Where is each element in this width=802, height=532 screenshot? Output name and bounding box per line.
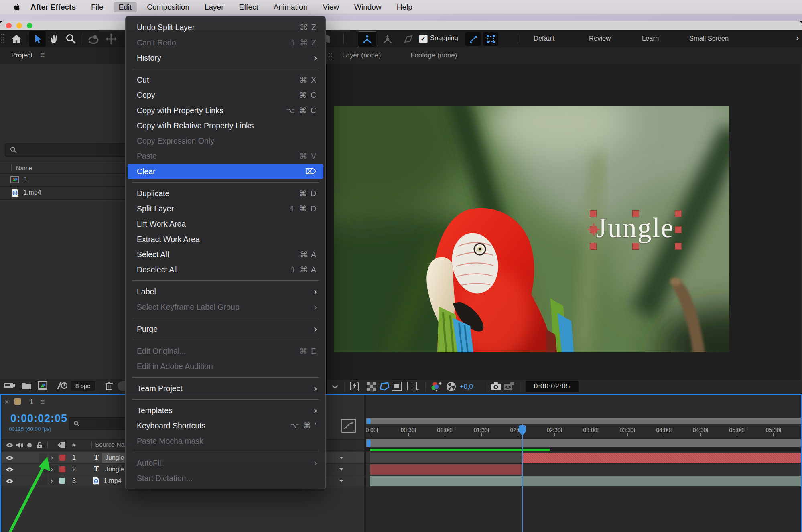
menu-item-select-all[interactable]: Select All⌘ A xyxy=(128,247,323,262)
column-header-name[interactable]: Name xyxy=(16,164,32,171)
menu-item-duplicate[interactable]: Duplicate⌘ D xyxy=(128,186,323,201)
new-folder-icon[interactable] xyxy=(22,382,32,390)
rotate-tool-button[interactable] xyxy=(86,33,101,45)
timeline-search-input[interactable] xyxy=(69,417,128,430)
layer-bar-3-right[interactable] xyxy=(522,476,802,486)
viewer-panel-grip[interactable] xyxy=(328,52,332,60)
selection-handle[interactable] xyxy=(675,210,682,217)
timeline-ruler[interactable]: 0:00f 00:30f 01:00f 01:30f 02:00f 02:30f… xyxy=(366,424,802,437)
menu-item-extract-work-area[interactable]: Extract Work Area xyxy=(128,231,323,247)
menubar-item-effect[interactable]: Effect xyxy=(239,2,258,12)
column-hash[interactable]: # xyxy=(72,441,75,448)
menu-item-history[interactable]: History› xyxy=(128,50,323,65)
close-timeline-tab-icon[interactable]: × xyxy=(5,398,9,406)
tab-project[interactable]: Project xyxy=(11,51,32,59)
selection-tool-button[interactable] xyxy=(29,31,46,47)
pan-behind-tool-button[interactable] xyxy=(104,33,118,45)
menu-item-copy[interactable]: Copy⌘ C xyxy=(128,87,323,103)
lock-icon[interactable] xyxy=(37,441,43,449)
graph-editor-icon[interactable] xyxy=(341,419,356,433)
snapshot-camera-icon[interactable] xyxy=(490,382,502,391)
tab-layer-viewer[interactable]: Layer (none) xyxy=(342,51,381,59)
snap-guides-button[interactable] xyxy=(465,32,481,46)
menu-item-deselect-all[interactable]: Deselect All⇧ ⌘ A xyxy=(128,262,323,277)
minimize-window-button[interactable] xyxy=(16,23,22,28)
menu-item-templates[interactable]: Templates› xyxy=(128,403,323,418)
label-tag-icon[interactable] xyxy=(57,441,66,449)
menubar-item-window[interactable]: Window xyxy=(354,2,382,12)
navigator-start-handle[interactable] xyxy=(367,418,371,424)
snap-bounding-box-button[interactable] xyxy=(483,32,498,46)
menu-item-team-project[interactable]: Team Project› xyxy=(128,381,323,396)
menu-item-label[interactable]: Label› xyxy=(128,284,323,299)
parent-dropdown-icon[interactable] xyxy=(339,457,343,459)
selection-handle[interactable] xyxy=(590,243,597,250)
selection-handle[interactable] xyxy=(590,210,597,217)
menu-item-purge[interactable]: Purge› xyxy=(128,321,323,337)
layer-name[interactable]: Jungle xyxy=(105,454,124,461)
menu-item-copy-with-relative-property-links[interactable]: Copy with Relative Property Links xyxy=(128,118,323,133)
menubar-item-animation[interactable]: Animation xyxy=(274,2,308,12)
panel-grip[interactable] xyxy=(1,33,4,45)
workspace-small-screen[interactable]: Small Screen xyxy=(689,35,729,42)
interpret-footage-icon[interactable] xyxy=(3,382,15,390)
menu-item-keyboard-shortcuts[interactable]: Keyboard Shortcuts⌥ ⌘ ' xyxy=(128,418,323,433)
layer-bar-1[interactable] xyxy=(522,453,802,463)
bit-depth-button[interactable]: 8 bpc xyxy=(71,381,95,391)
show-snapshot-icon[interactable] xyxy=(503,382,514,391)
timeline-comp-tab[interactable]: 1 xyxy=(30,398,33,406)
layer-name[interactable]: Jungle xyxy=(105,466,124,473)
new-composition-icon[interactable] xyxy=(38,381,47,390)
menubar-item-edit[interactable]: Edit xyxy=(114,2,137,12)
parent-dropdown-icon[interactable] xyxy=(339,480,343,482)
region-of-interest-icon[interactable] xyxy=(379,382,390,391)
workspace-review[interactable]: Review xyxy=(589,35,611,42)
layer-label-color[interactable] xyxy=(59,466,65,472)
layer-label-color[interactable] xyxy=(59,478,65,484)
adjust-effects-icon[interactable] xyxy=(56,381,67,390)
timeline-current-timecode[interactable]: 0:00:02:05 xyxy=(10,412,67,425)
axis-mode-local-button[interactable] xyxy=(358,31,376,47)
selection-handle[interactable] xyxy=(675,243,682,250)
apple-logo-icon[interactable] xyxy=(14,3,22,12)
layer-name[interactable]: 1.mp4 xyxy=(104,477,121,485)
menubar-item-help[interactable]: Help xyxy=(397,2,412,12)
snapping-checkbox[interactable]: ✓ xyxy=(419,35,428,43)
tab-footage-viewer[interactable]: Footage (none) xyxy=(410,51,457,59)
selection-handle[interactable] xyxy=(632,210,639,217)
menu-item-undo-split-layer[interactable]: Undo Split Layer⌘ Z xyxy=(128,20,323,35)
app-name[interactable]: After Effects xyxy=(30,3,76,12)
menu-item-split-layer[interactable]: Split Layer⇧ ⌘ D xyxy=(128,201,323,216)
menubar-item-file[interactable]: File xyxy=(91,2,104,12)
menu-item-cut[interactable]: Cut⌘ X xyxy=(128,72,323,87)
solo-icon[interactable] xyxy=(27,443,32,447)
viewer-timecode[interactable]: 0:00:02:05 xyxy=(526,381,579,392)
layer-bar-2[interactable] xyxy=(370,464,522,475)
layer-bar-3[interactable] xyxy=(370,476,522,486)
transparency-grid-icon[interactable] xyxy=(367,382,376,391)
anchor-point-icon[interactable] xyxy=(588,223,600,236)
selection-handle[interactable] xyxy=(675,226,682,233)
channels-icon[interactable] xyxy=(431,381,442,392)
home-tool-button[interactable] xyxy=(10,34,23,44)
menubar-item-layer[interactable]: Layer xyxy=(205,2,224,12)
workspace-learn[interactable]: Learn xyxy=(642,35,659,42)
pen-tool-partial-icon[interactable] xyxy=(326,35,330,43)
zoom-window-button[interactable] xyxy=(27,23,32,28)
project-panel-menu-icon[interactable]: ≡ xyxy=(40,50,45,59)
video-eye-icon[interactable] xyxy=(6,443,14,448)
exposure-icon[interactable] xyxy=(446,382,456,392)
axis-mode-world-button[interactable] xyxy=(379,32,396,47)
hand-tool-button[interactable] xyxy=(48,33,62,45)
close-window-button[interactable] xyxy=(6,23,12,28)
work-area-bar[interactable] xyxy=(366,439,802,447)
magnification-dropdown-icon[interactable] xyxy=(331,385,339,389)
menu-item-clear[interactable]: Clear⌦ xyxy=(128,164,323,179)
guides-options-icon[interactable] xyxy=(392,382,402,391)
work-area-start-handle[interactable] xyxy=(367,439,371,447)
menubar-item-view[interactable]: View xyxy=(323,2,339,12)
trash-icon[interactable] xyxy=(105,381,113,390)
layer-label-color[interactable] xyxy=(59,455,65,461)
safe-margins-icon[interactable] xyxy=(407,382,419,391)
menubar-item-composition[interactable]: Composition xyxy=(147,2,189,12)
